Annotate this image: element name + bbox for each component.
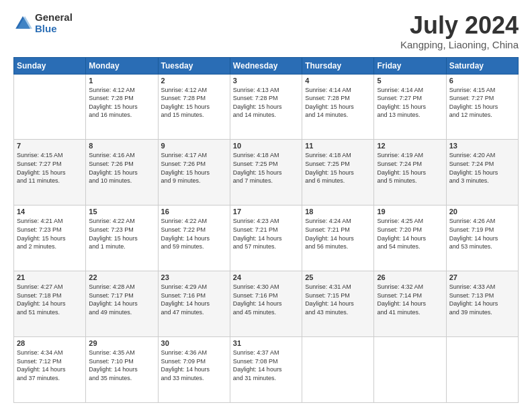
day-number: 22 [89,273,154,281]
calendar-cell: 8Sunrise: 4:16 AMSunset: 7:26 PMDaylight… [86,140,158,205]
day-info: Sunrise: 4:22 AMSunset: 7:23 PMDaylight:… [89,217,154,250]
calendar-week-row: 7Sunrise: 4:15 AMSunset: 7:27 PMDaylight… [14,140,519,205]
day-number: 17 [233,208,299,216]
calendar-cell [14,74,86,140]
calendar-cell: 27Sunrise: 4:33 AMSunset: 7:13 PMDayligh… [446,271,518,337]
day-info: Sunrise: 4:33 AMSunset: 7:13 PMDaylight:… [449,283,515,316]
day-info: Sunrise: 4:26 AMSunset: 7:19 PMDaylight:… [449,217,515,250]
day-number: 1 [89,77,154,85]
day-info: Sunrise: 4:12 AMSunset: 7:28 PMDaylight:… [89,86,154,120]
day-info: Sunrise: 4:18 AMSunset: 7:25 PMDaylight:… [305,151,371,185]
calendar-cell: 10Sunrise: 4:18 AMSunset: 7:25 PMDayligh… [230,140,302,205]
calendar-cell: 7Sunrise: 4:15 AMSunset: 7:27 PMDaylight… [14,140,86,205]
day-number: 11 [305,142,371,150]
day-info: Sunrise: 4:32 AMSunset: 7:14 PMDaylight:… [377,283,443,316]
calendar-cell: 20Sunrise: 4:26 AMSunset: 7:19 PMDayligh… [446,205,518,271]
day-info: Sunrise: 4:37 AMSunset: 7:08 PMDaylight:… [233,349,299,382]
calendar-cell: 30Sunrise: 4:36 AMSunset: 7:09 PMDayligh… [158,337,230,403]
calendar-cell: 17Sunrise: 4:23 AMSunset: 7:21 PMDayligh… [230,205,302,271]
day-number: 25 [305,273,371,281]
day-info: Sunrise: 4:13 AMSunset: 7:28 PMDaylight:… [233,86,299,120]
calendar-cell [302,337,374,403]
calendar-cell: 6Sunrise: 4:15 AMSunset: 7:27 PMDaylight… [446,74,518,140]
calendar-cell: 16Sunrise: 4:22 AMSunset: 7:22 PMDayligh… [158,205,230,271]
day-info: Sunrise: 4:34 AMSunset: 7:12 PMDaylight:… [17,349,83,382]
day-number: 5 [377,77,443,85]
day-number: 4 [305,77,371,85]
calendar-cell: 14Sunrise: 4:21 AMSunset: 7:23 PMDayligh… [14,205,86,271]
day-number: 10 [233,142,299,150]
day-number: 13 [449,142,515,150]
day-number: 12 [377,142,443,150]
day-info: Sunrise: 4:12 AMSunset: 7:28 PMDaylight:… [161,86,227,120]
calendar-header-thursday: Thursday [302,57,374,74]
calendar-cell: 29Sunrise: 4:35 AMSunset: 7:10 PMDayligh… [86,337,158,403]
day-info: Sunrise: 4:21 AMSunset: 7:23 PMDaylight:… [17,217,83,250]
day-number: 3 [233,77,299,85]
calendar-header-tuesday: Tuesday [158,57,230,74]
header: General Blue July 2024 Kangping, Liaonin… [13,12,519,50]
day-number: 29 [89,339,154,347]
day-info: Sunrise: 4:23 AMSunset: 7:21 PMDaylight:… [233,217,299,250]
day-info: Sunrise: 4:19 AMSunset: 7:24 PMDaylight:… [377,151,443,185]
calendar-week-row: 1Sunrise: 4:12 AMSunset: 7:28 PMDaylight… [14,74,519,140]
calendar-cell: 1Sunrise: 4:12 AMSunset: 7:28 PMDaylight… [86,74,158,140]
day-number: 23 [161,273,227,281]
day-number: 16 [161,208,227,216]
calendar-cell: 19Sunrise: 4:25 AMSunset: 7:20 PMDayligh… [374,205,446,271]
logo-blue-text: Blue [35,24,73,35]
calendar-header-wednesday: Wednesday [230,57,302,74]
calendar-header-row: SundayMondayTuesdayWednesdayThursdayFrid… [14,57,519,74]
month-title: July 2024 [400,12,519,39]
day-number: 24 [233,273,299,281]
day-number: 15 [89,208,154,216]
day-info: Sunrise: 4:16 AMSunset: 7:26 PMDaylight:… [89,151,154,185]
day-number: 6 [449,77,515,85]
logo: General Blue [13,12,73,34]
calendar-cell [446,337,518,403]
day-number: 31 [233,339,299,347]
day-info: Sunrise: 4:31 AMSunset: 7:15 PMDaylight:… [305,283,371,316]
day-info: Sunrise: 4:35 AMSunset: 7:10 PMDaylight:… [89,349,154,382]
calendar-cell: 3Sunrise: 4:13 AMSunset: 7:28 PMDaylight… [230,74,302,140]
day-number: 20 [449,208,515,216]
day-number: 14 [17,208,83,216]
day-info: Sunrise: 4:27 AMSunset: 7:18 PMDaylight:… [17,283,83,316]
day-info: Sunrise: 4:17 AMSunset: 7:26 PMDaylight:… [161,151,227,185]
calendar-header-friday: Friday [374,57,446,74]
calendar-cell: 5Sunrise: 4:14 AMSunset: 7:27 PMDaylight… [374,74,446,140]
day-number: 9 [161,142,227,150]
day-number: 8 [89,142,154,150]
day-number: 21 [17,273,83,281]
day-number: 18 [305,208,371,216]
calendar-cell: 26Sunrise: 4:32 AMSunset: 7:14 PMDayligh… [374,271,446,337]
calendar-cell: 2Sunrise: 4:12 AMSunset: 7:28 PMDaylight… [158,74,230,140]
day-number: 30 [161,339,227,347]
title-block: July 2024 Kangping, Liaoning, China [400,12,519,50]
day-info: Sunrise: 4:25 AMSunset: 7:20 PMDaylight:… [377,217,443,250]
day-info: Sunrise: 4:36 AMSunset: 7:09 PMDaylight:… [161,349,227,382]
calendar-cell: 11Sunrise: 4:18 AMSunset: 7:25 PMDayligh… [302,140,374,205]
calendar-cell: 4Sunrise: 4:14 AMSunset: 7:28 PMDaylight… [302,74,374,140]
day-info: Sunrise: 4:24 AMSunset: 7:21 PMDaylight:… [305,217,371,250]
calendar-cell: 22Sunrise: 4:28 AMSunset: 7:17 PMDayligh… [86,271,158,337]
day-number: 28 [17,339,83,347]
calendar-week-row: 21Sunrise: 4:27 AMSunset: 7:18 PMDayligh… [14,271,519,337]
calendar-cell: 18Sunrise: 4:24 AMSunset: 7:21 PMDayligh… [302,205,374,271]
calendar-cell: 28Sunrise: 4:34 AMSunset: 7:12 PMDayligh… [14,337,86,403]
day-number: 27 [449,273,515,281]
calendar-week-row: 14Sunrise: 4:21 AMSunset: 7:23 PMDayligh… [14,205,519,271]
calendar-header-sunday: Sunday [14,57,86,74]
calendar-header-monday: Monday [86,57,158,74]
calendar-cell: 12Sunrise: 4:19 AMSunset: 7:24 PMDayligh… [374,140,446,205]
calendar-cell: 31Sunrise: 4:37 AMSunset: 7:08 PMDayligh… [230,337,302,403]
day-info: Sunrise: 4:15 AMSunset: 7:27 PMDaylight:… [17,151,83,185]
calendar-cell: 9Sunrise: 4:17 AMSunset: 7:26 PMDaylight… [158,140,230,205]
day-info: Sunrise: 4:22 AMSunset: 7:22 PMDaylight:… [161,217,227,250]
calendar-week-row: 28Sunrise: 4:34 AMSunset: 7:12 PMDayligh… [14,337,519,403]
day-info: Sunrise: 4:28 AMSunset: 7:17 PMDaylight:… [89,283,154,316]
calendar-cell [374,337,446,403]
day-info: Sunrise: 4:18 AMSunset: 7:25 PMDaylight:… [233,151,299,185]
calendar-cell: 25Sunrise: 4:31 AMSunset: 7:15 PMDayligh… [302,271,374,337]
calendar-header-saturday: Saturday [446,57,518,74]
